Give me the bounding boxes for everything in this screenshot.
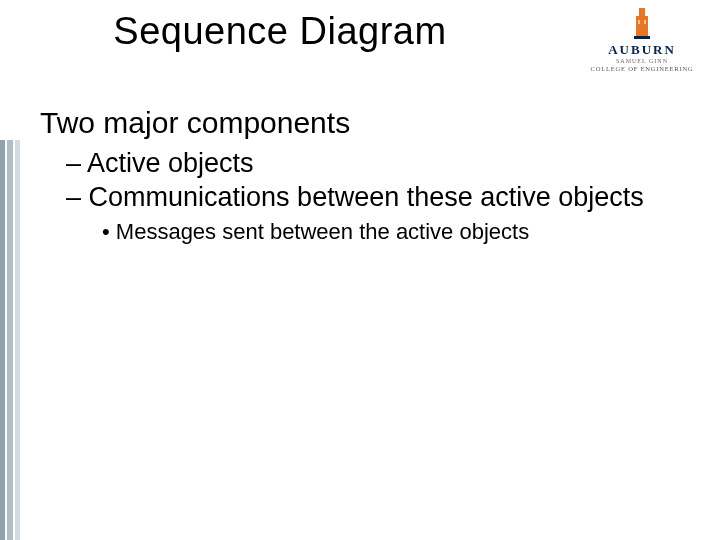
svg-rect-2: [638, 20, 640, 24]
auburn-tower-icon: [630, 6, 654, 40]
slide: Sequence Diagram AUBURN SAMUEL GINN COLL…: [0, 0, 720, 540]
bullet-item: Active objects: [40, 147, 660, 179]
svg-rect-3: [644, 20, 646, 24]
content-block: Two major components Active objects Comm…: [40, 105, 660, 245]
content-heading: Two major components: [40, 105, 660, 141]
svg-rect-4: [634, 36, 650, 39]
sub-bullet-item: Messages sent between the active objects: [40, 218, 660, 246]
auburn-logo: AUBURN SAMUEL GINN COLLEGE OF ENGINEERIN…: [582, 6, 702, 72]
logo-university-name: AUBURN: [582, 42, 702, 58]
bullet-item: Communications between these active obje…: [40, 181, 660, 213]
left-accent-stripes: [0, 140, 22, 540]
logo-unit-line2: COLLEGE OF ENGINEERING: [582, 65, 702, 72]
svg-rect-0: [639, 8, 645, 16]
svg-rect-1: [636, 16, 648, 36]
logo-unit-line1: SAMUEL GINN: [582, 58, 702, 64]
slide-title: Sequence Diagram: [0, 10, 560, 53]
